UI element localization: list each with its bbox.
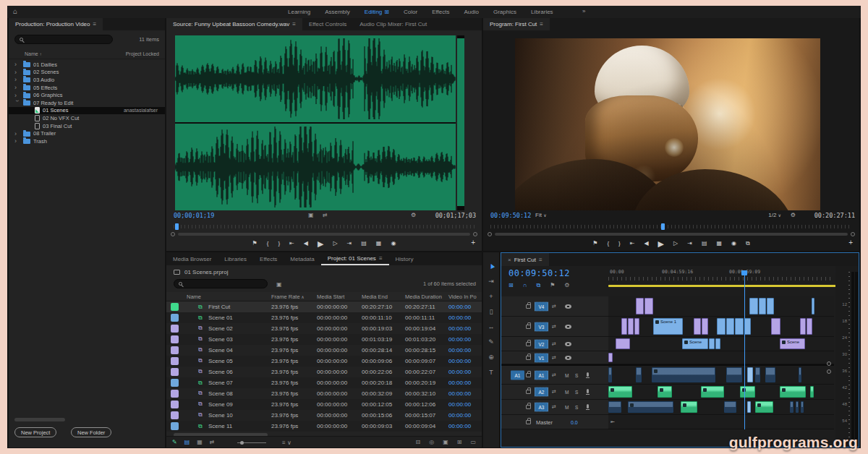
track-output-toggle-icon[interactable] (565, 356, 571, 360)
program-zoom-bar[interactable] (488, 231, 855, 237)
timeline-tab[interactable]: × First Cut ≡ (501, 253, 549, 266)
timeline-clip[interactable] (715, 338, 720, 349)
go-to-out-button[interactable]: ⇥ (347, 239, 352, 248)
tree-item-02-no-vfx-cut[interactable]: 02 No VFX Cut (9, 114, 165, 122)
program-playhead[interactable] (661, 223, 665, 230)
zoom-bar-fill[interactable] (495, 233, 848, 236)
timeline-clip[interactable] (790, 401, 793, 413)
chevron-icon[interactable]: › (14, 61, 20, 67)
sort-menu-button[interactable]: ≡ ∨ (282, 440, 292, 446)
timeline-clip[interactable] (717, 318, 726, 335)
zoom-handle-right[interactable] (473, 232, 477, 236)
program-scrubber[interactable] (483, 225, 859, 229)
new-item-button[interactable]: ⊞ (457, 439, 462, 445)
tree-item-08-trailer[interactable]: ›08 Trailer (9, 129, 165, 137)
panel-menu-icon[interactable]: ≡ (540, 21, 543, 27)
overwrite-button[interactable]: ▦ (376, 239, 382, 248)
table-row-scene-06[interactable]: ⧉Scene 0623.976 fps00:00:00:0000:00:22:0… (166, 367, 482, 377)
hand-tool[interactable]: ⊕ (483, 350, 499, 364)
slip-tool[interactable]: ↔ (483, 320, 499, 334)
export-frame-button[interactable]: ◉ (391, 239, 396, 248)
chevron-icon[interactable]: › (14, 131, 20, 137)
panel-tab-audio-clip-mixer-first-cut[interactable]: Audio Clip Mixer: First Cut (353, 18, 433, 30)
program-settings-wrench-icon[interactable]: ⚙ (791, 212, 796, 218)
source-current-timecode[interactable]: 00;00;01;19 (174, 212, 214, 219)
timeline-clip[interactable] (616, 338, 630, 349)
timeline-clip[interactable] (812, 298, 814, 314)
project-locked-column-header[interactable]: Project Locked (126, 51, 159, 56)
home-icon[interactable]: ⌂ (13, 7, 17, 15)
mute-button[interactable]: M (565, 372, 569, 377)
timeline-clip[interactable] (807, 318, 812, 335)
panel-tab-source-funny-upbeat-bassoon-comedy-wav[interactable]: Source: Funny Upbeat Bassoon Comedy.wav≡ (166, 18, 302, 30)
timeline-clip[interactable] (726, 318, 734, 335)
timeline-clip[interactable] (780, 386, 806, 398)
razor-tool[interactable]: ▯ (483, 304, 499, 319)
voiceover-record-icon[interactable] (587, 404, 589, 408)
add-marker-button[interactable]: ⚑ (592, 239, 597, 248)
selection-tool[interactable]: ▶ (483, 259, 499, 273)
timeline-clip[interactable] (701, 386, 724, 398)
timeline-clip[interactable] (681, 401, 697, 413)
track-target-v1[interactable]: V1 (535, 353, 548, 362)
production-panel-tab[interactable]: Production: Production Video ≡ (9, 18, 103, 30)
tree-item-02-scenes[interactable]: ›02 Scenes (9, 69, 165, 77)
track-lane-v2[interactable]: SceneScene (608, 337, 834, 351)
track-output-toggle-icon[interactable] (565, 342, 571, 346)
column-header-name[interactable]: Name (187, 294, 201, 300)
timeline-clip[interactable] (694, 318, 701, 335)
table-row-scene-01[interactable]: ⧉Scene 0123.976 fps00:00:00:0000:00:11:1… (166, 312, 482, 323)
mute-button[interactable]: M (565, 390, 569, 395)
timeline-clip[interactable] (634, 318, 639, 335)
track-lock-icon[interactable] (526, 325, 531, 329)
table-row-scene-05[interactable]: ⧉Scene 0523.976 fps00:00:00:0000:00:09:0… (166, 356, 482, 367)
list-view-button[interactable]: ▤ (184, 439, 190, 445)
table-row-scene-08[interactable]: ⧉Scene 0823.976 fps00:00:00:0000:00:32:0… (166, 388, 482, 399)
panel-tab-metadata[interactable]: Metadata (284, 252, 320, 265)
add-marker-button[interactable]: ⚑ (252, 239, 258, 248)
column-header-video-in-po[interactable]: Video In Po (448, 294, 477, 300)
production-hscrollbar[interactable] (14, 418, 65, 421)
track-lane-a2[interactable] (608, 385, 834, 400)
timeline-clip[interactable] (799, 367, 801, 382)
thumbnail-zoom-slider[interactable] (237, 442, 266, 443)
linked-selection-toggle[interactable]: ⧉ (536, 282, 540, 291)
tree-item-01-dailies[interactable]: ›01 Dailies (9, 61, 165, 69)
go-to-in-button[interactable]: ⇤ (289, 239, 294, 248)
zoom-handle-left[interactable] (488, 232, 492, 236)
workspace-tab-graphics[interactable]: Graphics (493, 9, 516, 15)
workspace-tab-assembly[interactable]: Assembly (325, 9, 350, 15)
timeline-clip[interactable] (726, 367, 742, 382)
solo-button[interactable]: S (575, 405, 578, 410)
chevron-icon[interactable]: › (14, 93, 20, 98)
timeline-clip[interactable] (767, 298, 774, 314)
timeline-clip[interactable] (724, 401, 736, 413)
timeline-settings-wrench[interactable]: ⚙ (564, 282, 569, 291)
chevron-icon[interactable]: › (14, 138, 20, 144)
timeline-clip[interactable] (644, 298, 653, 314)
table-row-scene-04[interactable]: ⧉Scene 0423.976 fps00:00:00:0000:00:28:1… (166, 345, 482, 356)
timeline-clip[interactable] (628, 401, 673, 413)
timeline-clip[interactable] (658, 386, 672, 398)
timeline-clip[interactable] (608, 401, 621, 413)
panel-tab-effect-controls[interactable]: Effect Controls (302, 18, 353, 30)
table-row-scene-03[interactable]: ⧉Scene 0323.976 fps00:00:00:0000:01:03:1… (166, 334, 482, 345)
timeline-clip[interactable] (621, 318, 627, 335)
drag-audio-video-icon[interactable]: ⇄ (323, 212, 328, 218)
comparison-view-button[interactable]: ⧉ (746, 239, 750, 248)
add-marker-button[interactable]: ⚑ (550, 282, 555, 291)
button-editor-plus[interactable]: + (471, 239, 475, 247)
timeline-clip[interactable] (636, 298, 644, 314)
step-forward-button[interactable]: ▷ (673, 239, 678, 248)
timeline-clip[interactable] (608, 386, 632, 398)
automate-to-sequence-button[interactable]: ⊟ (415, 439, 420, 445)
delete-button[interactable]: ▭ (470, 439, 476, 445)
table-row-scene-10[interactable]: ⧉Scene 1023.976 fps00:00:00:0000:00:15:0… (166, 410, 482, 421)
timeline-clip[interactable] (796, 401, 799, 413)
timeline-clip[interactable] (740, 386, 755, 398)
timeline-clip[interactable] (800, 318, 806, 335)
tree-item-trash[interactable]: ›Trash (9, 137, 165, 145)
timeline-clip[interactable] (771, 318, 780, 335)
source-scrubber[interactable] (166, 225, 482, 229)
extract-button[interactable]: ▦ (717, 239, 723, 248)
